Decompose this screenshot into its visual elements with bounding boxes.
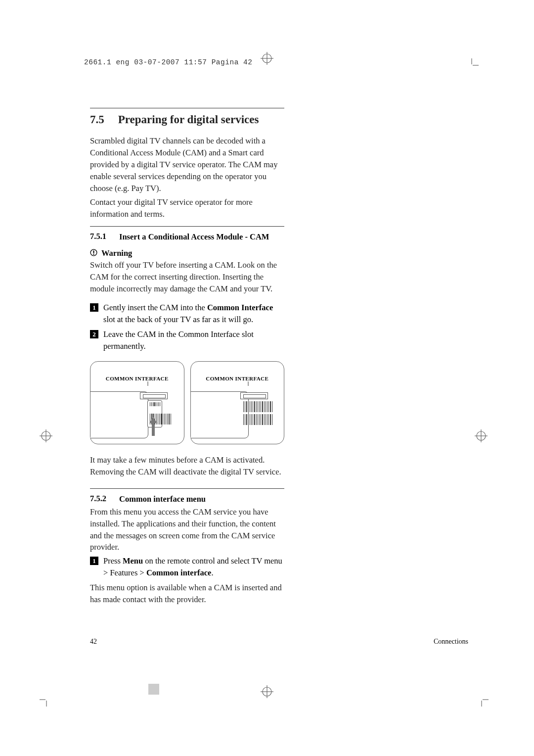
slot-icon bbox=[240, 392, 268, 399]
horizontal-rule bbox=[90, 226, 284, 227]
subsection-title: Common interface menu bbox=[119, 494, 206, 505]
step-item: 2 Leave the CAM in the Common Interface … bbox=[90, 329, 284, 352]
step-item: 1 Gently insert the CAM into the Common … bbox=[90, 302, 284, 326]
crop-mark-icon bbox=[475, 693, 489, 707]
svg-rect-19 bbox=[93, 250, 94, 253]
svg-rect-20 bbox=[93, 253, 94, 254]
content-column: 7.5 Preparing for digital services Scram… bbox=[90, 108, 284, 608]
arrow-up-icon bbox=[148, 417, 158, 442]
slot-icon bbox=[140, 392, 168, 399]
subsection-heading: 7.5.2 Common interface menu bbox=[90, 494, 284, 505]
subsection-title: Insert a Conditional Access Module - CAM bbox=[119, 232, 269, 242]
step-list: 1 Gently insert the CAM into the Common … bbox=[90, 302, 284, 352]
crop-mark-icon bbox=[261, 52, 273, 65]
step-number-badge: 2 bbox=[90, 330, 98, 338]
diagram-row: COMMON INTERFACE COMMON INTERFACE bbox=[90, 361, 284, 444]
cam-card-icon bbox=[243, 401, 273, 412]
subsection-number: 7.5.1 bbox=[90, 232, 106, 241]
intro-paragraph-2: Contact your digital TV service operator… bbox=[90, 196, 284, 220]
warning-icon bbox=[90, 249, 97, 258]
warning-heading: Warning bbox=[90, 248, 284, 258]
crop-mark-icon bbox=[261, 685, 273, 698]
step-text: Gently insert the CAM into the Common In… bbox=[103, 302, 284, 326]
subsection-number: 7.5.2 bbox=[90, 494, 106, 504]
step-number-badge: 1 bbox=[90, 557, 98, 565]
crop-mark-icon bbox=[40, 693, 53, 707]
crop-mark-icon bbox=[40, 429, 52, 442]
section-heading: 7.5 Preparing for digital services bbox=[90, 113, 284, 126]
diagram-label: COMMON INTERFACE bbox=[90, 376, 184, 381]
post-diagram-paragraph: It may take a few minutes before a CAM i… bbox=[90, 454, 284, 478]
color-swatch-icon bbox=[148, 684, 159, 695]
page-number: 42 bbox=[90, 638, 97, 646]
cam-card-icon bbox=[243, 414, 273, 425]
subsection-heading: 7.5.1 Insert a Conditional Access Module… bbox=[90, 232, 284, 242]
section-title: Preparing for digital services bbox=[118, 113, 259, 126]
diagram-label: COMMON INTERFACE bbox=[191, 376, 284, 381]
warning-body: Switch off your TV before inserting a CA… bbox=[90, 259, 284, 295]
subsection-tail: This menu option is available when a CAM… bbox=[90, 582, 284, 606]
crop-mark-icon bbox=[475, 429, 488, 442]
diagram-cam-inserted: COMMON INTERFACE bbox=[190, 361, 285, 444]
intro-paragraph: Scrambled digital TV channels can be dec… bbox=[90, 135, 284, 194]
svg-marker-22 bbox=[149, 417, 157, 436]
crop-mark-icon bbox=[465, 58, 479, 72]
section-number: 7.5 bbox=[90, 113, 104, 126]
step-text: Press Menu on the remote control and sel… bbox=[103, 555, 284, 579]
footer-section-label: Connections bbox=[434, 638, 468, 646]
horizontal-rule bbox=[90, 488, 284, 489]
subsection-body: From this menu you access the CAM servic… bbox=[90, 506, 284, 554]
step-text: Leave the CAM in the Common Interface sl… bbox=[103, 329, 284, 352]
horizontal-rule bbox=[90, 108, 284, 108]
step-item: 1 Press Menu on the remote control and s… bbox=[90, 555, 284, 579]
warning-label: Warning bbox=[101, 248, 132, 258]
step-number-badge: 1 bbox=[90, 303, 98, 312]
print-header: 2661.1 eng 03-07-2007 11:57 Pagina 42 bbox=[84, 58, 252, 66]
diagram-insert-cam: COMMON INTERFACE bbox=[90, 361, 184, 444]
